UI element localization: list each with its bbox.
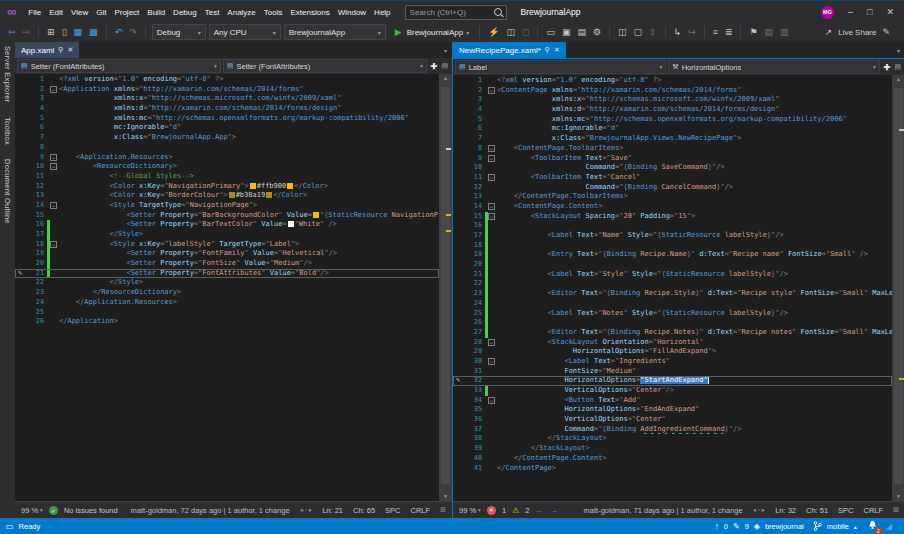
tab-newrecipepage-xaml[interactable]: NewRecipePage.xaml* ⚲ ✕: [453, 42, 566, 58]
close-icon[interactable]: ✕: [68, 46, 74, 54]
feedback-pencil-icon[interactable]: ✎: [880, 23, 892, 41]
code-line[interactable]: 28− <StackLayout Orientation="Horizontal…: [453, 338, 892, 348]
spaces-indicator[interactable]: SPC: [838, 506, 853, 515]
code-line[interactable]: 38 </StackLayout>: [453, 434, 892, 444]
fold-toggle-icon[interactable]: −: [50, 154, 57, 161]
code-line[interactable]: 6 mc:Ignorable="d": [15, 123, 439, 133]
tool-tab-server-explorer[interactable]: Server Explorer: [3, 46, 12, 103]
line-indicator[interactable]: Ln: 21: [322, 506, 343, 515]
code-line[interactable]: 25: [15, 308, 439, 318]
code-line[interactable]: 14− <ContentPage.Content>: [453, 202, 892, 212]
indent-icon[interactable]: ≡: [711, 23, 720, 41]
code-line[interactable]: 22 </Style>: [15, 278, 439, 288]
menu-edit[interactable]: Edit: [45, 8, 67, 17]
code-line[interactable]: 20: [453, 260, 892, 270]
code-line[interactable]: 18− <Style x:Key="labelStyle" TargetType…: [15, 240, 439, 250]
save-all-icon[interactable]: ▩: [87, 23, 100, 41]
menu-tools[interactable]: Tools: [260, 8, 287, 17]
menu-build[interactable]: Build: [143, 8, 169, 17]
code-line[interactable]: 35 HorizontalOptions="EndAndExpand": [453, 405, 892, 415]
fold-toggle-icon[interactable]: −: [50, 86, 57, 93]
restore-layout-icon[interactable]: ⊞: [893, 506, 899, 514]
add-guideline-icon[interactable]: ✚: [429, 62, 440, 71]
close-icon[interactable]: ✕: [554, 46, 560, 54]
code-line[interactable]: 12 <Color x:Key="NavigationPrimary">#ffb…: [15, 182, 439, 192]
code-line[interactable]: 26: [453, 318, 892, 328]
code-line[interactable]: 10− <ResourceDictionary>: [15, 162, 439, 172]
background-tasks-icon[interactable]: ▭: [6, 522, 14, 531]
warning-count[interactable]: 2: [525, 506, 529, 515]
code-line[interactable]: 5 xmlns:mc="http://schemas.openxmlformat…: [15, 114, 439, 124]
startup-project-dropdown[interactable]: BrewjournalApp▾: [284, 24, 386, 40]
code-line[interactable]: 18: [453, 241, 892, 251]
code-line[interactable]: 9− <Application.Resources>: [15, 153, 439, 163]
code-line[interactable]: 30− <Label Text="Ingredients": [453, 357, 892, 367]
publish-icon[interactable]: ⇪: [647, 23, 659, 41]
fold-toggle-icon[interactable]: −: [50, 241, 57, 248]
comment-icon[interactable]: ▤: [763, 23, 776, 41]
menu-file[interactable]: File: [24, 8, 45, 17]
sdk-manager-icon[interactable]: ▤: [575, 23, 588, 41]
eol-indicator[interactable]: CRLF: [864, 506, 884, 515]
configuration-dropdown[interactable]: Debug▾: [152, 24, 206, 40]
code-line[interactable]: 7 x:Class="BrewjournalApp.Views.NewRecip…: [453, 134, 892, 144]
start-debugging-button[interactable]: ▶ BrewjournalApp ▾: [389, 23, 473, 41]
resize-grip[interactable]: ◢: [886, 522, 892, 531]
code-line[interactable]: 36 VerticalOptions="Center": [453, 415, 892, 425]
save-icon[interactable]: ▦: [72, 23, 85, 41]
menu-git[interactable]: Git: [92, 8, 110, 17]
code-line[interactable]: 7 x:Class="BrewjournalApp.App">: [15, 133, 439, 143]
navigate-back-icon[interactable]: ⇦: [6, 23, 18, 41]
code-line[interactable]: 24 </Application.Resources>: [15, 298, 439, 308]
live-share-button[interactable]: ↗ Live Share ✎: [823, 23, 904, 41]
split-window-icon[interactable]: ▤: [894, 63, 903, 71]
fold-toggle-icon[interactable]: −: [488, 397, 495, 404]
scrollbar-thumb[interactable]: [441, 87, 450, 484]
fold-toggle-icon[interactable]: −: [488, 87, 495, 94]
code-line[interactable]: 9− <ToolbarItem Text="Save": [453, 154, 892, 164]
code-line[interactable]: 6 mc:Ignorable="d": [453, 124, 892, 134]
vertical-scrollbar[interactable]: ▲ ▼: [892, 75, 904, 501]
zoom-level[interactable]: 99 %: [459, 506, 476, 515]
fold-toggle-icon[interactable]: −: [488, 203, 495, 210]
code-line[interactable]: 16: [453, 221, 892, 231]
code-line[interactable]: 12 Command="{Binding CancelCommand}"/>: [453, 183, 892, 193]
screen-mirror-icon[interactable]: ◫: [616, 23, 629, 41]
code-line[interactable]: 16 <Setter Property="BarTextColor" Value…: [15, 220, 439, 230]
code-line[interactable]: 4 xmlns:d="http://xamarin.com/schemas/20…: [453, 105, 892, 115]
caret-up-icon[interactable]: ▴: [854, 523, 857, 530]
repository-name[interactable]: brewjournal: [765, 522, 804, 531]
chevron-down-icon[interactable]: ▾: [444, 47, 452, 54]
zoom-level[interactable]: 99 %: [21, 506, 38, 515]
debug-target-icon[interactable]: ◫: [504, 23, 517, 41]
code-line[interactable]: 34− <Button Text="Add": [453, 396, 892, 406]
step-over-icon[interactable]: ↪: [686, 23, 698, 41]
navigate-back-icon[interactable]: ←: [535, 506, 543, 515]
code-line[interactable]: 1<?xml version="1.0" encoding="utf-8" ?>: [453, 76, 892, 86]
scrollbar-thumb[interactable]: [894, 88, 903, 484]
code-line[interactable]: 8: [15, 143, 439, 153]
menu-extensions[interactable]: Extensions: [287, 8, 334, 17]
navigate-forward-icon[interactable]: ⇨: [21, 23, 33, 41]
breadcrumb-property-dropdown[interactable]: ⚒ HorizontalOptions ▾: [668, 60, 879, 74]
code-line[interactable]: 5 xmlns:mc="http://schemas.openxmlformat…: [453, 115, 892, 125]
code-line[interactable]: 2−<Application xmlns="http://xamarin.com…: [15, 85, 439, 95]
code-line[interactable]: 17 </Style>: [15, 230, 439, 240]
spaces-indicator[interactable]: SPC: [385, 506, 400, 515]
breadcrumb-element-dropdown[interactable]: ▤ Setter (FontAttributes) ▾: [17, 59, 221, 73]
menu-test[interactable]: Test: [201, 8, 224, 17]
add-guideline-icon[interactable]: ✚: [882, 63, 893, 72]
column-indicator[interactable]: Ch: 51: [806, 506, 828, 515]
pin-icon[interactable]: ⚲: [58, 46, 63, 54]
code-line[interactable]: 20 <Setter Property="FontSize" Value="Me…: [15, 259, 439, 269]
minimize-icon[interactable]: –: [848, 7, 853, 17]
redo-icon[interactable]: ↷: [127, 23, 139, 41]
device-portrait-icon[interactable]: ▭: [544, 23, 557, 41]
menu-window[interactable]: Window: [334, 8, 370, 17]
change-nav-arrows[interactable]: ◂ ▫ ▸: [753, 506, 765, 514]
hot-reload-icon[interactable]: ⚡: [486, 23, 501, 41]
scroll-down-icon[interactable]: ▼: [892, 492, 904, 501]
emulator-icon[interactable]: ▢: [632, 23, 645, 41]
menu-view[interactable]: View: [67, 8, 92, 17]
code-editor-newrecipepage-xaml[interactable]: 1<?xml version="1.0" encoding="utf-8" ?>…: [453, 75, 904, 501]
